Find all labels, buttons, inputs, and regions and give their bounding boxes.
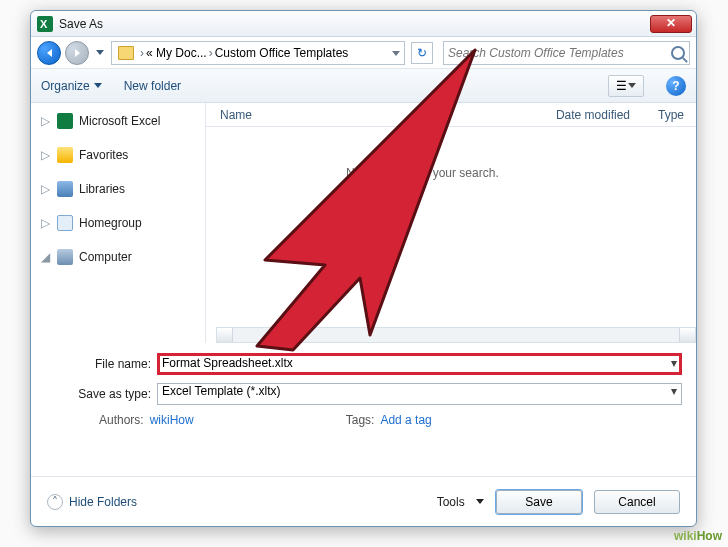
- homegroup-icon: [57, 215, 73, 231]
- savetype-select[interactable]: Excel Template (*.xltx)▾: [157, 383, 682, 405]
- sidebar-item-homegroup[interactable]: ▷Homegroup: [41, 211, 201, 235]
- nav-tree: ▷Microsoft Excel ▷Favorites ▷Libraries ▷…: [31, 103, 206, 343]
- star-icon: [57, 147, 73, 163]
- sidebar-item-libraries[interactable]: ▷Libraries: [41, 177, 201, 201]
- computer-icon: [57, 249, 73, 265]
- scroll-left-icon[interactable]: [217, 328, 233, 342]
- close-button[interactable]: ✕: [650, 15, 692, 33]
- authors-label: Authors:: [99, 413, 144, 427]
- navbar: › « My Doc... › Custom Office Templates …: [31, 37, 696, 69]
- empty-message: No items match your search.: [346, 161, 696, 185]
- organize-button[interactable]: Organize: [41, 79, 102, 93]
- h-scrollbar[interactable]: [216, 327, 696, 343]
- filename-input[interactable]: Format Spreadsheet.xltx▾: [157, 353, 682, 375]
- column-type[interactable]: Type: [658, 108, 684, 122]
- column-name[interactable]: Name: [220, 108, 420, 122]
- column-modified[interactable]: Date modified: [556, 108, 630, 122]
- tags-label: Tags:: [346, 413, 375, 427]
- sidebar-item-favorites[interactable]: ▷Favorites: [41, 143, 201, 167]
- breadcrumb[interactable]: › « My Doc... › Custom Office Templates: [111, 41, 405, 65]
- file-list: Name Date modified Type No items match y…: [206, 103, 696, 343]
- tags-value[interactable]: Add a tag: [380, 413, 431, 427]
- savetype-label: Save as type:: [45, 387, 157, 401]
- dialog-footer: ˄ Hide Folders Tools Save Cancel: [31, 476, 696, 526]
- sidebar-item-excel[interactable]: ▷Microsoft Excel: [41, 109, 201, 133]
- sidebar-item-computer[interactable]: ◢Computer: [41, 245, 201, 269]
- chevron-down-icon[interactable]: ▾: [671, 356, 677, 370]
- help-button[interactable]: ?: [666, 76, 686, 96]
- folder-icon: [118, 46, 134, 60]
- save-button[interactable]: Save: [496, 490, 582, 514]
- chevron-up-icon: ˄: [47, 494, 63, 510]
- column-headers: Name Date modified Type: [206, 103, 696, 127]
- back-button[interactable]: [37, 41, 61, 65]
- search-input[interactable]: [448, 46, 667, 60]
- window-title: Save As: [59, 17, 650, 31]
- breadcrumb-seg-2[interactable]: Custom Office Templates: [215, 46, 392, 60]
- save-as-dialog: Save As ✕ › « My Doc... › Custom Office …: [30, 10, 697, 527]
- toolbar: Organize New folder ☰ ?: [31, 69, 696, 103]
- chevron-down-icon[interactable]: ▾: [671, 384, 677, 398]
- refresh-button[interactable]: ↻: [411, 42, 433, 64]
- form-area: File name: Format Spreadsheet.xltx▾ Save…: [31, 343, 696, 437]
- search-icon: [671, 46, 685, 60]
- breadcrumb-seg-1[interactable]: « My Doc...: [146, 46, 207, 60]
- cancel-button[interactable]: Cancel: [594, 490, 680, 514]
- nav-history-dropdown[interactable]: [93, 42, 107, 64]
- tools-menu[interactable]: Tools: [437, 495, 484, 509]
- new-folder-button[interactable]: New folder: [124, 79, 181, 93]
- wikihow-watermark: wikiHow: [674, 526, 722, 543]
- titlebar: Save As ✕: [31, 11, 696, 37]
- scroll-right-icon[interactable]: [679, 328, 695, 342]
- hide-folders-button[interactable]: ˄ Hide Folders: [47, 494, 137, 510]
- forward-button[interactable]: [65, 41, 89, 65]
- excel-icon: [57, 113, 73, 129]
- view-options-button[interactable]: ☰: [608, 75, 644, 97]
- search-box[interactable]: [443, 41, 690, 65]
- authors-value[interactable]: wikiHow: [150, 413, 194, 427]
- panes: ▷Microsoft Excel ▷Favorites ▷Libraries ▷…: [31, 103, 696, 343]
- libraries-icon: [57, 181, 73, 197]
- filename-label: File name:: [45, 357, 157, 371]
- excel-app-icon: [37, 16, 53, 32]
